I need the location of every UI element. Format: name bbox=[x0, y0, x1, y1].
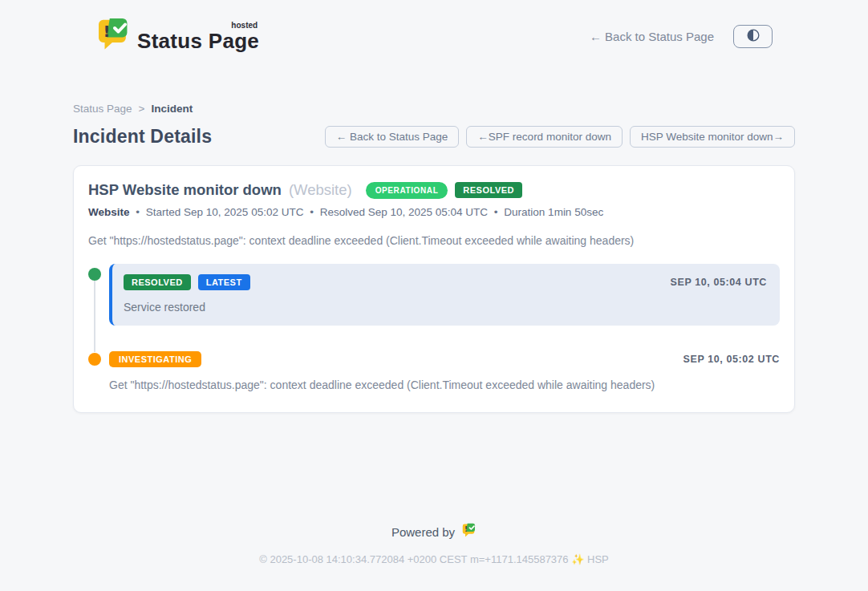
timeline-dot-green bbox=[88, 268, 101, 281]
breadcrumb: Status Page > Incident bbox=[73, 103, 795, 115]
timeline-timestamp: SEP 10, 05:04 UTC bbox=[671, 277, 767, 288]
timeline-message: Get "https://hostedstatus.page": context… bbox=[109, 378, 780, 391]
incident-nav-buttons: ← Back to Status Page ←SPF record monito… bbox=[325, 126, 795, 148]
incident-title: HSP Website monitor down bbox=[88, 181, 282, 199]
logo-brand-text: Status Page bbox=[137, 30, 259, 51]
timeline-latest-update-box: RESOLVED LATEST SEP 10, 05:04 UTC Servic… bbox=[109, 264, 780, 326]
timeline-entry-investigating: INVESTIGATING SEP 10, 05:02 UTC Get "htt… bbox=[88, 349, 780, 391]
timeline-latest-badge: LATEST bbox=[198, 274, 250, 290]
incident-meta: Website • Started Sep 10, 2025 05:02 UTC… bbox=[88, 206, 780, 218]
operational-status-badge: OPERATIONAL bbox=[366, 182, 448, 199]
meta-component: Website bbox=[88, 206, 130, 218]
svg-text:!: ! bbox=[103, 22, 110, 41]
logo-hosted-superscript: hosted bbox=[231, 22, 258, 30]
incident-description: Get "https://hostedstatus.page": context… bbox=[88, 234, 780, 247]
resolved-status-badge: RESOLVED bbox=[455, 182, 522, 198]
status-page-logo-icon: ! bbox=[95, 17, 131, 55]
meta-separator: • bbox=[310, 206, 314, 218]
next-incident-button[interactable]: HSP Website monitor down→ bbox=[630, 126, 795, 148]
page-title: Incident Details bbox=[73, 126, 212, 148]
meta-separator: • bbox=[136, 206, 140, 218]
incident-card: HSP Website monitor down (Website) OPERA… bbox=[73, 165, 795, 413]
back-to-status-page-button[interactable]: ← Back to Status Page bbox=[325, 126, 460, 148]
incident-component: (Website) bbox=[289, 181, 352, 199]
powered-by-logo-icon[interactable]: ! bbox=[461, 523, 477, 540]
header: ! hosted Status Page ← Back to Status Pa… bbox=[0, 0, 868, 61]
timeline-investigating-badge: INVESTIGATING bbox=[109, 351, 201, 367]
back-to-status-page-link[interactable]: ← Back to Status Page bbox=[590, 30, 714, 43]
powered-by: Powered by ! bbox=[0, 523, 868, 540]
timeline-resolved-badge: RESOLVED bbox=[124, 274, 191, 290]
timeline-message: Service restored bbox=[124, 301, 767, 314]
timeline-dot-orange bbox=[88, 353, 101, 366]
contrast-half-circle-icon bbox=[745, 27, 761, 46]
breadcrumb-current: Incident bbox=[151, 103, 193, 115]
meta-started: Started Sep 10, 2025 05:02 UTC bbox=[146, 206, 304, 218]
theme-toggle-button[interactable] bbox=[733, 25, 773, 48]
meta-resolved: Resolved Sep 10, 2025 05:04 UTC bbox=[320, 206, 488, 218]
breadcrumb-separator: > bbox=[139, 103, 145, 115]
app-logo: ! hosted Status Page bbox=[95, 17, 259, 55]
copyright-text: © 2025-10-08 14:10:34.772084 +0200 CEST … bbox=[0, 553, 868, 565]
timeline-timestamp: SEP 10, 05:02 UTC bbox=[683, 354, 780, 365]
timeline-entry-resolved: RESOLVED LATEST SEP 10, 05:04 UTC Servic… bbox=[88, 264, 780, 326]
breadcrumb-root[interactable]: Status Page bbox=[73, 103, 132, 115]
incident-timeline: RESOLVED LATEST SEP 10, 05:04 UTC Servic… bbox=[88, 264, 780, 391]
svg-text:!: ! bbox=[464, 525, 468, 533]
powered-by-label: Powered by bbox=[391, 525, 455, 539]
meta-duration: Duration 1min 50sec bbox=[504, 206, 603, 218]
prev-incident-button[interactable]: ←SPF record monitor down bbox=[466, 126, 623, 148]
meta-separator: • bbox=[494, 206, 498, 218]
footer: Powered by ! © 2025-10-08 14:10:34.77208… bbox=[0, 523, 868, 565]
